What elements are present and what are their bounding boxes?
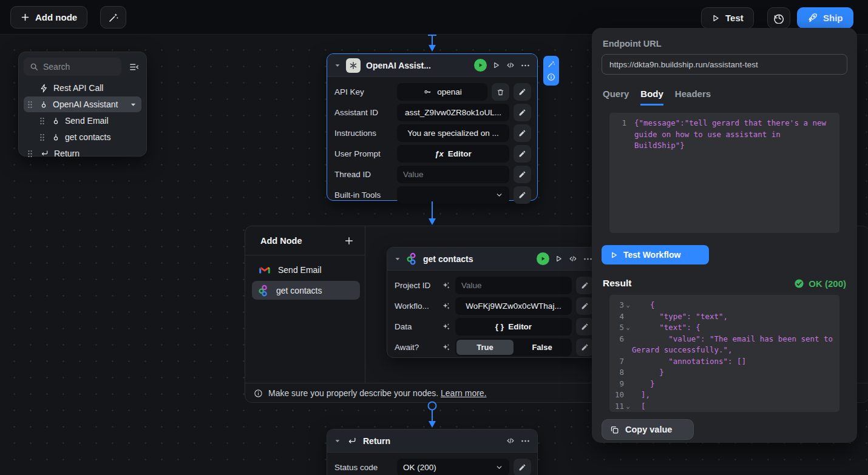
ai-sparkle-icon[interactable] bbox=[441, 302, 451, 311]
request-body-editor[interactable]: 1 {"message":"tell gerard that there's a… bbox=[609, 113, 839, 233]
ai-sparkle-icon[interactable] bbox=[441, 343, 451, 352]
data-editor-button[interactable]: { } Editor bbox=[455, 318, 572, 335]
fold-caret-icon bbox=[624, 367, 632, 379]
collapse-chevron-icon[interactable] bbox=[395, 256, 401, 262]
workflow-id-input[interactable]: WoFKj9WZw0x0cWThaj... bbox=[455, 297, 572, 315]
more-options-icon[interactable] bbox=[521, 64, 530, 67]
delete-api-key-button[interactable] bbox=[492, 83, 509, 101]
assistant-id-input[interactable]: asst_Z9Ivw0ZR8ok1oUL... bbox=[397, 104, 509, 121]
edit-workflow-button[interactable] bbox=[576, 297, 594, 315]
history-button[interactable] bbox=[767, 7, 790, 29]
ai-wand-button[interactable] bbox=[100, 6, 126, 29]
edit-built-in-tools-button[interactable] bbox=[514, 186, 531, 204]
status-code-select[interactable]: OK (200) bbox=[397, 459, 509, 475]
test-workflow-button[interactable]: Test Workflow bbox=[602, 245, 709, 264]
play-outline-icon[interactable] bbox=[492, 61, 500, 69]
ai-wand-icon[interactable] bbox=[548, 60, 555, 68]
api-key-chip[interactable]: openai bbox=[397, 83, 487, 101]
add-item-send-email[interactable]: Send Email bbox=[253, 261, 359, 278]
field-label: Assistant ID bbox=[334, 108, 393, 117]
edit-status-code-button[interactable] bbox=[514, 459, 531, 475]
code-icon[interactable] bbox=[568, 255, 578, 263]
line-number: 3 bbox=[611, 300, 624, 311]
thread-id-input[interactable]: Value bbox=[397, 166, 509, 183]
learn-more-link[interactable]: Learn more. bbox=[441, 388, 486, 398]
add-item-get-contacts[interactable]: get contacts bbox=[252, 281, 360, 300]
endpoint-url-input[interactable] bbox=[602, 54, 847, 75]
thread-id-placeholder: Value bbox=[403, 170, 424, 179]
palette-item-get-contacts[interactable]: get contacts bbox=[24, 129, 141, 145]
collapse-panel-icon[interactable] bbox=[126, 62, 141, 72]
built-in-tools-select[interactable] bbox=[397, 186, 509, 204]
fold-caret-icon[interactable]: ⌄ bbox=[624, 322, 632, 334]
palette-item-rest-api-call[interactable]: Rest API Call bbox=[24, 80, 141, 96]
collapse-chevron-icon[interactable] bbox=[334, 62, 341, 69]
palette-item-send-email[interactable]: Send Email bbox=[24, 113, 141, 129]
ship-button[interactable]: Ship bbox=[797, 7, 853, 29]
palette-item-label: Send Email bbox=[65, 116, 109, 126]
edit-project-id-button[interactable] bbox=[576, 277, 594, 294]
await-false-option[interactable]: False bbox=[514, 340, 571, 355]
plus-icon[interactable] bbox=[344, 236, 354, 246]
return-node[interactable]: Return Status code OK (200) bbox=[327, 429, 538, 475]
edit-api-key-button[interactable] bbox=[514, 83, 531, 101]
get-contacts-node[interactable]: get contacts Project ID Value bbox=[387, 247, 600, 358]
drag-handle-icon[interactable] bbox=[27, 101, 33, 109]
palette-item-return[interactable]: Return bbox=[24, 146, 141, 161]
node-title: OpenAI Assist... bbox=[366, 61, 469, 70]
result-status-text: OK (200) bbox=[809, 278, 846, 289]
edge-openai-to-group bbox=[424, 201, 441, 226]
result-viewer[interactable]: 3⌄ { 4 "type": "text", 5⌄ "text": { 6 "v… bbox=[609, 295, 839, 412]
assistant-id-value: asst_Z9Ivw0ZR8ok1oUL... bbox=[405, 108, 501, 117]
search-input[interactable]: Search bbox=[24, 58, 121, 76]
tab-headers[interactable]: Headers bbox=[675, 89, 711, 106]
node-list-panel: Search Rest API Call OpenAI Assistant bbox=[18, 52, 147, 157]
tab-body[interactable]: Body bbox=[640, 89, 663, 106]
edit-assistant-id-button[interactable] bbox=[514, 104, 531, 121]
result-code-line: "type": "text", bbox=[632, 311, 835, 323]
more-options-icon[interactable] bbox=[521, 440, 530, 442]
code-icon[interactable] bbox=[506, 437, 515, 445]
test-button[interactable]: Test bbox=[701, 7, 754, 29]
ai-sparkle-icon[interactable] bbox=[441, 322, 451, 332]
palette-item-openai-assistant[interactable]: OpenAI Assistant bbox=[24, 96, 141, 112]
add-node-button[interactable]: Add node bbox=[10, 6, 87, 29]
fold-caret-icon[interactable]: ⌄ bbox=[624, 401, 632, 413]
notice-text: Make sure you properly describe your nod… bbox=[268, 388, 438, 398]
workflow-id-value: WoFKj9WZw0x0cWThaj... bbox=[466, 302, 561, 311]
edit-instructions-button[interactable] bbox=[514, 124, 531, 142]
edit-thread-id-button[interactable] bbox=[514, 166, 531, 183]
collapse-chevron-icon[interactable] bbox=[334, 438, 341, 444]
tab-query[interactable]: Query bbox=[603, 89, 629, 106]
run-node-button[interactable] bbox=[537, 252, 549, 265]
openai-assistant-node[interactable]: OpenAI Assist... API Key open bbox=[327, 53, 538, 201]
endpoint-url-label: Endpoint URL bbox=[603, 39, 847, 49]
play-outline-icon[interactable] bbox=[555, 255, 563, 263]
line-number: 10 bbox=[611, 389, 624, 401]
edit-data-button[interactable] bbox=[576, 318, 594, 335]
instructions-input[interactable]: You are specialized on ... bbox=[397, 124, 509, 142]
edit-await-button[interactable] bbox=[576, 339, 594, 356]
run-node-button[interactable] bbox=[474, 59, 487, 72]
chevron-down-icon[interactable] bbox=[130, 101, 137, 108]
project-id-input[interactable]: Value bbox=[455, 277, 572, 294]
copy-value-button[interactable]: Copy value bbox=[602, 419, 694, 440]
gmail-icon bbox=[259, 265, 271, 275]
search-icon bbox=[30, 62, 38, 71]
code-icon[interactable] bbox=[506, 61, 515, 69]
drag-handle-icon[interactable] bbox=[27, 150, 33, 158]
search-placeholder: Search bbox=[43, 62, 70, 72]
info-icon[interactable] bbox=[547, 73, 555, 81]
drag-handle-icon[interactable] bbox=[39, 117, 45, 125]
buildship-node-icon bbox=[258, 285, 269, 297]
fx-icon: ƒx bbox=[435, 149, 443, 158]
drag-handle-icon[interactable] bbox=[39, 133, 45, 141]
edit-user-prompt-button[interactable] bbox=[514, 145, 531, 163]
fold-caret-icon bbox=[624, 379, 632, 390]
ai-sparkle-icon[interactable] bbox=[441, 281, 451, 291]
fold-caret-icon[interactable]: ⌄ bbox=[624, 300, 632, 311]
await-true-option[interactable]: True bbox=[456, 340, 514, 355]
more-options-icon[interactable] bbox=[583, 258, 592, 260]
test-inspector-panel: Endpoint URL Query Body Headers 1 {"mess… bbox=[592, 28, 857, 443]
user-prompt-editor-button[interactable]: ƒx Editor bbox=[397, 145, 509, 163]
